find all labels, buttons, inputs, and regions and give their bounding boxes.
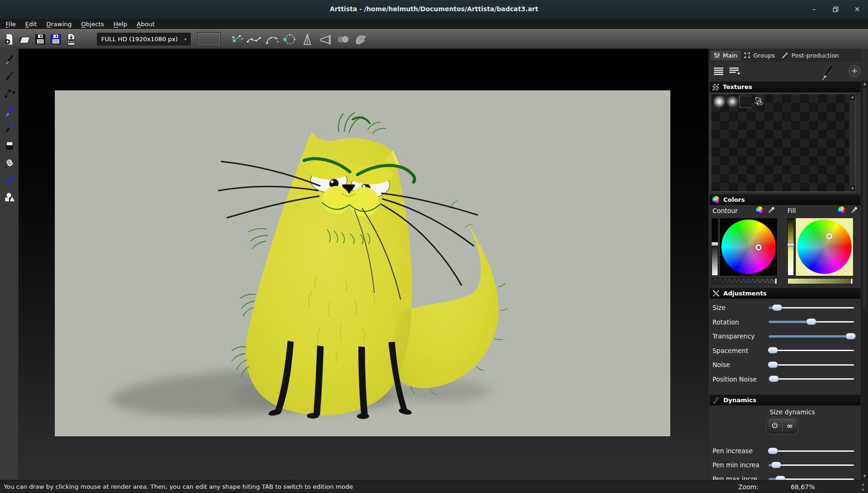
palette-knife-tool[interactable] [2, 174, 16, 187]
position-noise-slider-handle[interactable] [769, 375, 779, 382]
position-noise-slider[interactable] [769, 375, 854, 383]
fill-alpha-marker[interactable] [851, 279, 853, 284]
tab-main[interactable]: Main [711, 51, 741, 60]
panel-scroll-up-icon[interactable]: ▲ [861, 81, 868, 87]
noise-slider[interactable] [769, 361, 854, 368]
pen-max-increase-slider[interactable] [769, 476, 854, 480]
rotation-slider[interactable] [769, 318, 854, 325]
fill-wheel-mode-icon[interactable] [838, 206, 845, 213]
black-brush-tool[interactable] [2, 70, 16, 83]
blue-pen-tool[interactable] [2, 104, 16, 118]
texture-sparse-noise[interactable] [739, 96, 752, 108]
size-dynamics-label: Size dynamics [770, 408, 815, 416]
save-button[interactable] [34, 32, 47, 46]
brush-list-button[interactable] [712, 66, 725, 77]
contour-color-wheel[interactable] [720, 218, 777, 276]
menu-help[interactable]: Help [109, 20, 132, 29]
dynamics-section-header[interactable]: Dynamics [710, 395, 861, 405]
ellipse-tool-button[interactable] [281, 32, 298, 47]
paint-roller-tool[interactable] [2, 156, 16, 169]
panel-scroll-down-icon[interactable]: ▼ [861, 473, 868, 479]
textures-section-header[interactable]: Textures [710, 81, 861, 92]
fill-hue-wheel[interactable] [797, 220, 852, 274]
minimize-button[interactable]: – [810, 5, 818, 14]
curve-tool-button[interactable] [245, 32, 263, 47]
fill-value-handle[interactable] [787, 243, 794, 247]
contour-value-bar[interactable] [712, 218, 718, 276]
fill-shape-tool-button[interactable] [352, 32, 370, 47]
resolution-dropdown[interactable]: FULL HD (1920x1080 px) ▾ [97, 33, 191, 45]
zoom-decrease-icon[interactable]: ▼ [860, 487, 866, 492]
pen-min-increase-slider-handle[interactable] [771, 462, 781, 468]
new-document-button[interactable] [3, 32, 16, 46]
save-as-button[interactable] [49, 32, 62, 46]
panel-scroll-thumb[interactable] [862, 88, 868, 310]
texture-soft-spot[interactable] [713, 96, 726, 108]
contour-alpha-marker[interactable] [775, 279, 777, 284]
blue-brush-tool[interactable] [2, 122, 16, 135]
size-slider-handle[interactable] [772, 304, 782, 311]
textures-scroll-thumb[interactable] [850, 100, 855, 185]
drawing-canvas[interactable] [55, 90, 670, 436]
size-dynamics-off-button[interactable] [768, 418, 783, 433]
contour-alpha-bar[interactable] [712, 278, 777, 284]
pen-min-increase-slider[interactable] [769, 462, 854, 469]
spacement-slider[interactable] [769, 347, 854, 354]
tab-groups[interactable]: Groups [741, 51, 778, 60]
contour-wheel-mode-icon[interactable] [756, 206, 763, 213]
blend-circles-tool-button[interactable] [334, 32, 352, 47]
menu-about[interactable]: About [132, 20, 159, 29]
black-pen-tool[interactable] [2, 52, 16, 66]
menu-file[interactable]: File [1, 20, 21, 29]
restore-button[interactable] [831, 5, 840, 14]
contour-value-handle[interactable] [712, 242, 718, 246]
rotation-slider-handle[interactable] [806, 318, 816, 325]
mirror-vertical-tool-button[interactable] [298, 32, 316, 47]
fill-color-wheel[interactable] [796, 218, 853, 276]
polyline-tool-button[interactable] [227, 32, 245, 47]
size-dynamics-infinite-button[interactable]: ∞ [783, 418, 797, 433]
texture-grain-spot[interactable] [726, 96, 739, 108]
contour-eyedropper-icon[interactable] [768, 206, 775, 215]
noise-slider-handle[interactable] [768, 361, 778, 368]
export-png-button[interactable]: PNG [65, 32, 78, 46]
textures-scroll-down-icon[interactable]: ▼ [850, 186, 855, 191]
open-file-button[interactable] [18, 32, 31, 46]
textures-list[interactable]: ▲ ▼ [711, 94, 856, 192]
eraser-tool[interactable] [2, 139, 16, 152]
transparency-slider[interactable] [769, 333, 854, 340]
textures-scroll-up-icon[interactable]: ▲ [850, 94, 855, 100]
menu-objects[interactable]: Objects [76, 20, 109, 29]
path-nodes-tool[interactable] [2, 87, 16, 100]
menu-edit[interactable]: Edit [21, 20, 42, 29]
background-color-swatch[interactable] [197, 32, 221, 46]
arc-tool-button[interactable] [263, 32, 281, 47]
brush-list-actions: + [709, 62, 861, 81]
render-viewport[interactable] [19, 49, 708, 480]
textures-scrollbar[interactable]: ▲ ▼ [849, 94, 855, 191]
shape-tools[interactable] [2, 191, 16, 204]
contour-hue-wheel[interactable] [721, 220, 776, 274]
fill-value-bar[interactable] [787, 218, 794, 276]
pen-increase-slider[interactable] [769, 448, 854, 455]
tab-post-production[interactable]: Post-production [778, 51, 842, 60]
mirror-horizontal-tool-button[interactable] [316, 32, 334, 47]
fill-color-marker[interactable] [826, 233, 832, 239]
texture-scribble[interactable] [752, 96, 765, 108]
close-button[interactable]: ✕ [853, 5, 861, 14]
spacement-slider-handle[interactable] [768, 347, 778, 353]
transparency-slider-handle[interactable] [846, 333, 856, 339]
export-png-icon: PNG [66, 33, 76, 45]
fill-alpha-bar[interactable] [787, 278, 853, 284]
menu-drawing[interactable]: Drawing [42, 20, 76, 29]
adjustments-section-header[interactable]: Adjustments [710, 288, 861, 299]
pen-increase-slider-handle[interactable] [768, 448, 778, 454]
pen-max-increase-slider-handle[interactable] [775, 476, 786, 480]
panel-scrollbar[interactable]: ▲ ▼ [861, 81, 868, 480]
size-slider[interactable] [769, 304, 854, 311]
colors-section-header[interactable]: Colors [710, 194, 861, 205]
add-brush-button[interactable]: + [848, 65, 861, 77]
fill-eyedropper-icon[interactable] [851, 206, 858, 215]
zoom-increase-icon[interactable]: ▲ [860, 482, 866, 486]
brush-list-add-button[interactable] [728, 66, 741, 77]
